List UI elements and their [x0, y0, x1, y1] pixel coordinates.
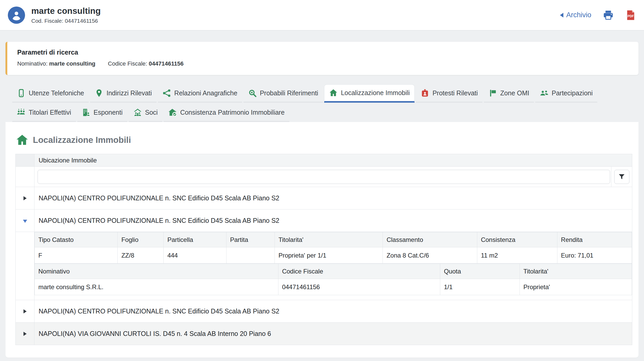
- codice-fiscale-value: 04471461156: [149, 60, 183, 67]
- house-people-icon: [133, 108, 142, 117]
- search-params-title: Parametri di ricerca: [17, 49, 629, 56]
- tab-probabili-riferimenti[interactable]: Probabili Riferimenti: [243, 84, 323, 103]
- tabs-row-1: Utenze Telefoniche Indirizzi Rilevati Re…: [5, 84, 639, 103]
- cadastral-value-row: F ZZ/8 444 Proprieta' per 1/1 Zona 8 Cat…: [35, 247, 632, 264]
- home-icon: [329, 89, 338, 97]
- col-nominativo: Nominativo: [35, 264, 278, 279]
- relations-icon: [163, 89, 171, 97]
- pdf-icon: PDF: [625, 10, 636, 21]
- print-button[interactable]: [603, 10, 614, 21]
- protest-badge-icon: [421, 89, 429, 97]
- tab-label: Zone OMI: [500, 89, 529, 97]
- group-icon: [540, 89, 548, 97]
- property-address: NAPOLI(NA) CENTRO POLIFUNZIONALE n. SNC …: [34, 209, 632, 232]
- house-check-icon: [168, 108, 177, 117]
- owners-group-icon: [17, 108, 26, 117]
- avatar: [8, 7, 25, 24]
- owners-header-row: Nominativo Codice Fiscale Quota Titolari…: [35, 264, 632, 279]
- codice-fiscale-label: Codice Fiscale:: [108, 60, 147, 67]
- tab-label: Probabili Riferimenti: [260, 89, 318, 97]
- sign-icon: [488, 89, 497, 97]
- nominativo-label: Nominativo:: [17, 60, 47, 67]
- map-pin-icon: [95, 89, 103, 97]
- tabs-row-2: Titolari Effettivi Esponenti Soci: [5, 104, 639, 122]
- archive-link[interactable]: Archivio: [560, 11, 591, 19]
- foglio-value: ZZ/8: [118, 247, 164, 264]
- tab-esponenti[interactable]: Esponenti: [77, 104, 127, 122]
- localizzazione-immobili-panel: Localizzazione Immobili Ubicazione Immob…: [5, 122, 639, 358]
- property-address: NAPOLI(NA) VIA GIOVANNI CURTOLI IS. D45 …: [34, 323, 632, 345]
- particella-value: 444: [164, 247, 226, 264]
- filter-icon: [618, 173, 625, 180]
- detail-gutter: [16, 232, 34, 300]
- filter-row: [16, 167, 632, 187]
- property-row: NAPOLI(NA) CENTRO POLIFUNZIONALE n. SNC …: [16, 300, 632, 323]
- search-params-line: Nominativo: marte consulting Codice Fisc…: [17, 60, 629, 67]
- section-title: Localizzazione Immobili: [33, 135, 131, 145]
- tab-consistenza-patrimonio[interactable]: Consistenza Patrimonio Immobiliare: [164, 104, 289, 122]
- nominativo-value: marte consulting: [49, 60, 95, 67]
- ubicazione-filter-input[interactable]: [38, 170, 610, 184]
- archive-link-label: Archivio: [566, 11, 591, 19]
- phone-icon: [17, 89, 26, 97]
- expand-toggle[interactable]: [16, 187, 34, 209]
- tab-zone-omi[interactable]: Zone OMI: [484, 84, 534, 103]
- property-details: Tipo Catasto Foglio Particella Partita T…: [34, 232, 632, 300]
- ubicazione-column-header: Ubicazione Immobile: [34, 154, 632, 167]
- tab-utenze-telefoniche[interactable]: Utenze Telefoniche: [12, 84, 89, 103]
- col-tipo-catasto: Tipo Catasto: [35, 232, 118, 247]
- property-row-expanded: NAPOLI(NA) CENTRO POLIFUNZIONALE n. SNC …: [16, 209, 632, 232]
- title-block: marte consulting Cod. Fiscale: 044714611…: [31, 6, 101, 24]
- tipo-catasto-value: F: [35, 247, 118, 264]
- nominativo-param: Nominativo: marte consulting: [17, 60, 96, 67]
- filter-row-gutter: [16, 167, 34, 187]
- collapse-toggle[interactable]: [16, 209, 34, 232]
- expand-toggle[interactable]: [16, 323, 34, 345]
- tab-label: Titolari Effettivi: [29, 109, 71, 116]
- col-quota: Quota: [440, 264, 520, 279]
- expand-icon: [23, 332, 27, 336]
- rendita-value: Euro: 71,01: [557, 247, 632, 264]
- filter-button-cell: [611, 167, 632, 187]
- printer-icon: [603, 10, 614, 21]
- filter-button[interactable]: [614, 170, 629, 184]
- tab-indirizzi-rilevati[interactable]: Indirizzi Rilevati: [90, 84, 157, 103]
- tab-label: Relazioni Anagrafiche: [174, 89, 237, 97]
- tab-label: Protesti Rilevati: [432, 89, 478, 97]
- tab-protesti-rilevati[interactable]: Protesti Rilevati: [416, 84, 482, 103]
- owners-value-row: marte consulting S.R.L. 04471461156 1/1 …: [35, 279, 632, 295]
- expander-column-header: [16, 154, 34, 167]
- codice-fiscale-param: Codice Fiscale: 04471461156: [108, 60, 184, 67]
- col-particella: Particella: [164, 232, 226, 247]
- pdf-export-button[interactable]: PDF: [625, 10, 636, 21]
- property-address: NAPOLI(NA) CENTRO POLIFUNZIONALE n. SNC …: [34, 187, 632, 209]
- tab-localizzazione-immobili[interactable]: Localizzazione Immobili: [324, 84, 415, 103]
- tab-label: Indirizzi Rilevati: [106, 89, 152, 97]
- collapse-icon: [23, 220, 27, 223]
- col-titolarita: Titolarita': [275, 232, 383, 247]
- tab-relazioni-anagrafiche[interactable]: Relazioni Anagrafiche: [158, 84, 242, 103]
- tab-soci[interactable]: Soci: [129, 104, 163, 122]
- cadastral-table: Tipo Catasto Foglio Particella Partita T…: [34, 232, 632, 264]
- expand-toggle[interactable]: [16, 300, 34, 323]
- pdf-icon-text: PDF: [628, 14, 634, 18]
- home-icon: [16, 134, 29, 146]
- search-icon: [248, 89, 257, 97]
- col-codice-fiscale: Codice Fiscale: [278, 264, 440, 279]
- tab-partecipazioni[interactable]: Partecipazioni: [535, 84, 597, 103]
- tab-label: Soci: [145, 109, 158, 116]
- col-rendita: Rendita: [557, 232, 632, 247]
- properties-table: Ubicazione Immobile: [15, 154, 632, 345]
- topbar-actions: Archivio PDF: [560, 10, 636, 21]
- consistenza-value: 11 m2: [477, 247, 557, 264]
- page-body: Parametri di ricerca Nominativo: marte c…: [0, 30, 644, 361]
- nominativo-value: marte consulting S.R.L.: [35, 279, 278, 295]
- table-header-row: Ubicazione Immobile: [16, 154, 632, 167]
- expand-icon: [23, 309, 27, 313]
- titolarita-value: Proprieta': [520, 279, 632, 295]
- property-detail-row: Tipo Catasto Foglio Particella Partita T…: [16, 232, 632, 300]
- property-row: NAPOLI(NA) VIA GIOVANNI CURTOLI IS. D45 …: [16, 323, 632, 345]
- col-classamento: Classamento: [383, 232, 477, 247]
- tab-titolari-effettivi[interactable]: Titolari Effettivi: [12, 104, 76, 122]
- section-header: Localizzazione Immobili: [16, 134, 632, 146]
